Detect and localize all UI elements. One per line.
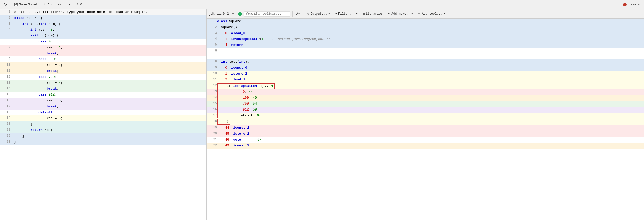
add-new-output-label: + Add new...: [388, 12, 410, 16]
line-number: 4: [0, 27, 10, 33]
line-code: 1: istore_2: [217, 71, 644, 77]
table-row: 5 4: return: [207, 42, 644, 48]
jdk-version: jdk 11.0.2: [209, 12, 229, 16]
table-row: 6: [207, 48, 644, 54]
line-number: 15: [207, 101, 217, 107]
table-row: 3 int test(int num) {: [0, 21, 206, 27]
save-icon: 💾: [14, 3, 18, 7]
status-indicator: [238, 12, 242, 16]
line-number: 22: [207, 143, 217, 149]
line-number: 21: [0, 127, 10, 133]
table-row: 14 100: 49: [207, 95, 644, 101]
add-new-output-arrow: ▾: [411, 12, 413, 16]
line-number: 17: [207, 113, 217, 119]
line-code: class Square {: [10, 15, 206, 21]
line-code: break;: [10, 104, 206, 110]
add-new-button[interactable]: + Add new... ▾: [42, 2, 72, 7]
vim-button[interactable]: ᛜ Vim: [75, 2, 87, 7]
add-new-label: + Add new...: [43, 3, 68, 6]
line-code: int test(int);: [217, 59, 644, 65]
line-code: default: 64: [217, 113, 644, 119]
table-row: 9 0: iconst_0: [207, 65, 644, 71]
line-code: }: [217, 119, 644, 125]
filter-button[interactable]: ▼ Filter... ▾: [334, 11, 359, 16]
line-code: 0: 44: [217, 89, 644, 95]
gear-icon: ⚙: [307, 12, 309, 16]
filter-arrow: ▾: [356, 12, 358, 16]
compiler-options-input[interactable]: [244, 11, 290, 17]
table-row: 8 break;: [0, 51, 206, 57]
line-code: 3: lookupswitch { // 4: [217, 83, 644, 89]
libraries-button[interactable]: ▦ Libraries: [361, 11, 384, 16]
table-row: 12 3: lookupswitch { // 4: [207, 83, 644, 89]
table-row: 15 case 912:: [0, 92, 206, 98]
table-row: 18 }: [207, 119, 644, 125]
output-label: Output...: [311, 12, 327, 16]
vim-icon: ᛜ: [77, 3, 79, 6]
output-table: 1class Square {2 Square();3 0: aload_04 …: [207, 19, 644, 149]
line-code: res = 1;: [10, 45, 206, 51]
line-number: 3: [207, 31, 217, 36]
line-number: 15: [0, 92, 10, 98]
line-code: Square();: [217, 25, 644, 31]
table-row: 13 0: 44: [207, 89, 644, 95]
table-row: 19 44: iconst_1: [207, 125, 644, 131]
table-row: 16 res = 5;: [0, 98, 206, 104]
font-size-button[interactable]: A▾: [2, 2, 9, 7]
output-toolbar: jdk 11.0.2 ▾ A▾ ⚙ Output... ▾ ▼ Filter..…: [207, 9, 644, 19]
add-tool-button[interactable]: ✎ Add tool... ▾: [417, 11, 447, 16]
output-button[interactable]: ⚙ Output... ▾: [306, 11, 331, 16]
line-number: 11: [207, 77, 217, 83]
table-row: 20 45: istore_2: [207, 131, 644, 137]
line-code: [217, 54, 644, 59]
font-size-output-label: A▾: [296, 12, 300, 16]
main-toolbar: A▾ 💾 Save/Load + Add new... ▾ ᛜ Vim Java…: [0, 0, 644, 9]
table-row: 20 }: [0, 121, 206, 127]
editor-code-area[interactable]: 1 888;font-style:italic">// Type your co…: [0, 9, 206, 220]
output-code-area[interactable]: 1class Square {2 Square();3 0: aload_04 …: [207, 19, 644, 220]
line-code: case 700:: [10, 74, 206, 80]
line-number: 18: [0, 110, 10, 116]
line-code: class Square {: [217, 19, 644, 25]
line-code: break;: [10, 86, 206, 92]
line-code: int res = 0;: [10, 27, 206, 33]
table-row: 12 case 700:: [0, 74, 206, 80]
table-row: 10 1: istore_2: [207, 71, 644, 77]
line-number: 10: [207, 71, 217, 77]
table-row: 4 int res = 0;: [0, 27, 206, 33]
line-number: 2: [0, 15, 10, 21]
line-code: default:: [10, 110, 206, 116]
line-number: 13: [207, 89, 217, 95]
lang-arrow: ▾: [638, 3, 640, 7]
output-panel: jdk 11.0.2 ▾ A▾ ⚙ Output... ▾ ▼ Filter..…: [207, 9, 644, 220]
line-code: 700: 54: [217, 101, 644, 107]
line-code: 0: aload_0: [217, 31, 644, 36]
table-row: 17 default: 64: [207, 113, 644, 119]
line-code: 44: iconst_1: [217, 125, 644, 131]
jdk-arrow: ▾: [232, 12, 234, 16]
toolbar-divider-2: [304, 11, 304, 17]
line-number: 2: [207, 25, 217, 31]
line-number: 1: [0, 9, 10, 15]
table-row: 17 break;: [0, 104, 206, 110]
line-number: 1: [207, 19, 217, 25]
line-number: 4: [207, 36, 217, 42]
table-row: 1 888;font-style:italic">// Type your co…: [0, 9, 206, 15]
line-number: 20: [0, 121, 10, 127]
language-selector[interactable]: Java ▾: [621, 2, 642, 7]
save-load-button[interactable]: 💾 Save/Load: [12, 2, 39, 7]
add-new-output-button[interactable]: + Add new... ▾: [386, 11, 415, 16]
toolbar-divider: [292, 11, 293, 17]
line-number: 6: [0, 39, 10, 45]
add-tool-arrow: ▾: [443, 12, 445, 16]
line-number: 19: [0, 115, 10, 121]
line-number: 7: [0, 45, 10, 51]
font-size-output-button[interactable]: A▾: [295, 11, 301, 16]
line-code: 4: return: [217, 42, 644, 48]
line-code: 912: 59: [217, 107, 644, 113]
line-code: }: [10, 139, 206, 145]
line-code: 888;font-style:italic">// Type your code…: [10, 9, 206, 15]
table-row: 2 class Square {: [0, 15, 206, 21]
line-code: 100: 49: [217, 95, 644, 101]
add-new-arrow: ▾: [68, 3, 71, 7]
